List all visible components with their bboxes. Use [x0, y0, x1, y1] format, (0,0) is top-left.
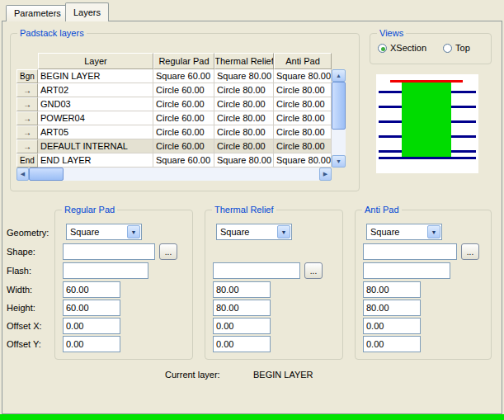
- flash-label: Flash:: [7, 266, 31, 276]
- cell-layer[interactable]: BEGIN LAYER: [38, 69, 153, 83]
- anti-pad-offset-x-input[interactable]: [363, 318, 421, 334]
- thermal-relief-height-input[interactable]: [213, 300, 271, 316]
- anti-pad-offset-y-input[interactable]: [363, 336, 421, 352]
- radio-top-label: Top: [455, 43, 470, 53]
- thermal-relief-flash-browse-button[interactable]: ...: [304, 262, 323, 279]
- row-marker-arrow-icon[interactable]: →: [16, 97, 38, 111]
- radio-top[interactable]: Top: [443, 43, 470, 53]
- cell-anti-pad[interactable]: Circle 80.00: [274, 97, 332, 111]
- grid-vertical-scrollbar[interactable]: ▲ ▼: [332, 69, 346, 168]
- row-marker-arrow-icon[interactable]: →: [16, 83, 38, 97]
- cell-thermal-relief[interactable]: Square 80.00: [214, 153, 274, 168]
- padstack-grid-body: Bgn BEGIN LAYER Square 60.00 Square 80.0…: [16, 69, 332, 168]
- width-label: Width:: [7, 285, 32, 295]
- anti-pad-shape-browse-button[interactable]: ...: [461, 243, 479, 260]
- cell-regular-pad[interactable]: Circle 60.00: [153, 111, 214, 125]
- cell-regular-pad[interactable]: Square 60.00: [153, 69, 214, 83]
- row-marker-arrow-icon[interactable]: →: [16, 139, 38, 153]
- regular-pad-height-input[interactable]: [63, 300, 120, 316]
- anti-pad-height-input[interactable]: [363, 300, 421, 316]
- offset-x-label: Offset X:: [7, 321, 42, 331]
- cell-layer[interactable]: ART02: [38, 83, 153, 97]
- row-marker-arrow-icon[interactable]: →: [16, 125, 38, 139]
- vertical-scroll-track[interactable]: [332, 82, 346, 155]
- cell-layer[interactable]: END LAYER: [38, 153, 153, 168]
- thermal-relief-offset-x-input[interactable]: [213, 318, 271, 334]
- thermal-relief-flash-input[interactable]: [213, 262, 300, 279]
- row-marker-begin[interactable]: Bgn: [16, 69, 38, 83]
- pad-cross-section-shape: [402, 83, 451, 158]
- column-header-layer[interactable]: Layer: [38, 53, 153, 69]
- cell-anti-pad[interactable]: Square 80.00: [274, 69, 332, 83]
- table-row: End END LAYER Square 60.00 Square 80.00 …: [16, 153, 332, 168]
- radio-unselected-icon: [443, 44, 452, 53]
- regular-pad-group-title: Regular Pad: [62, 205, 117, 215]
- regular-pad-flash-input[interactable]: [63, 262, 148, 279]
- cell-regular-pad[interactable]: Circle 60.00: [153, 125, 214, 139]
- views-group-title: Views: [377, 28, 406, 38]
- cell-anti-pad[interactable]: Circle 80.00: [274, 111, 332, 125]
- cell-layer[interactable]: ART05: [38, 125, 153, 139]
- anti-pad-flash-input[interactable]: [363, 262, 450, 279]
- scroll-down-icon[interactable]: ▼: [332, 155, 346, 168]
- column-header-anti-pad[interactable]: Anti Pad: [274, 53, 332, 69]
- cell-regular-pad[interactable]: Circle 60.00: [153, 83, 214, 97]
- regular-pad-width-input[interactable]: [63, 281, 120, 298]
- anti-pad-geometry-select[interactable]: Square ▼: [366, 224, 442, 240]
- row-marker-arrow-icon[interactable]: →: [16, 111, 38, 125]
- cell-anti-pad[interactable]: Circle 80.00: [274, 125, 332, 139]
- cell-thermal-relief[interactable]: Circle 80.00: [214, 111, 274, 125]
- inner-layer-line: [451, 91, 476, 93]
- column-header-regular-pad[interactable]: Regular Pad: [153, 53, 214, 69]
- regular-pad-geometry-value: Square: [70, 227, 99, 237]
- cell-layer[interactable]: DEFAULT INTERNAL: [38, 139, 153, 153]
- grid-horizontal-scrollbar[interactable]: ◀ ▶: [16, 168, 332, 181]
- anti-pad-shape-input[interactable]: [363, 243, 457, 260]
- cell-thermal-relief[interactable]: Circle 80.00: [214, 97, 274, 111]
- table-row: → POWER04 Circle 60.00 Circle 80.00 Circ…: [16, 111, 332, 125]
- thermal-relief-geometry-select[interactable]: Square ▼: [216, 224, 292, 240]
- vertical-scroll-thumb[interactable]: [332, 82, 346, 130]
- current-layer-label: Current layer:: [165, 370, 220, 380]
- regular-pad-offset-y-input[interactable]: [63, 336, 120, 352]
- regular-pad-shape-input[interactable]: [63, 243, 155, 260]
- scrollbar-corner: [332, 168, 346, 181]
- regular-pad-shape-browse-button[interactable]: ...: [159, 243, 177, 260]
- grid-corner: [16, 53, 38, 69]
- row-marker-end[interactable]: End: [16, 153, 38, 168]
- scroll-right-icon[interactable]: ▶: [319, 168, 332, 181]
- cell-layer[interactable]: POWER04: [38, 111, 153, 125]
- cell-regular-pad[interactable]: Square 60.00: [153, 153, 214, 168]
- cell-regular-pad[interactable]: Circle 60.00: [153, 97, 214, 111]
- scroll-left-icon[interactable]: ◀: [16, 168, 29, 181]
- table-row-selected: → DEFAULT INTERNAL Circle 60.00 Circle 8…: [16, 139, 332, 153]
- cell-anti-pad[interactable]: Circle 80.00: [274, 139, 332, 153]
- tab-layers[interactable]: Layers: [65, 2, 109, 21]
- tab-parameters[interactable]: Parameters: [6, 5, 69, 21]
- cell-anti-pad[interactable]: Square 80.00: [274, 153, 332, 168]
- cell-layer[interactable]: GND03: [38, 97, 153, 111]
- horizontal-scroll-track[interactable]: [29, 168, 319, 181]
- inner-layer-line: [379, 150, 402, 153]
- table-row: Bgn BEGIN LAYER Square 60.00 Square 80.0…: [16, 69, 332, 83]
- inner-layer-line: [451, 150, 476, 153]
- radio-xsection[interactable]: XSection: [378, 43, 426, 53]
- cell-thermal-relief[interactable]: Square 80.00: [214, 69, 274, 83]
- horizontal-scroll-thumb[interactable]: [29, 168, 64, 181]
- radio-xsection-label: XSection: [390, 43, 426, 53]
- scroll-up-icon[interactable]: ▲: [332, 69, 346, 82]
- cell-regular-pad[interactable]: Circle 60.00: [153, 139, 214, 153]
- column-header-thermal-relief[interactable]: Thermal Relief: [214, 53, 274, 69]
- regular-pad-geometry-select[interactable]: Square ▼: [66, 224, 142, 240]
- table-row: → ART05 Circle 60.00 Circle 80.00 Circle…: [16, 125, 332, 139]
- cell-anti-pad[interactable]: Circle 80.00: [274, 83, 332, 97]
- regular-pad-offset-x-input[interactable]: [63, 318, 120, 334]
- cell-thermal-relief[interactable]: Circle 80.00: [214, 139, 274, 153]
- cell-thermal-relief[interactable]: Circle 80.00: [214, 83, 274, 97]
- thermal-relief-offset-y-input[interactable]: [213, 336, 271, 352]
- geometry-label: Geometry:: [7, 228, 49, 238]
- anti-pad-width-input[interactable]: [363, 281, 421, 298]
- thermal-relief-width-input[interactable]: [213, 281, 271, 298]
- table-row: → ART02 Circle 60.00 Circle 80.00 Circle…: [16, 83, 332, 97]
- cell-thermal-relief[interactable]: Circle 80.00: [214, 125, 274, 139]
